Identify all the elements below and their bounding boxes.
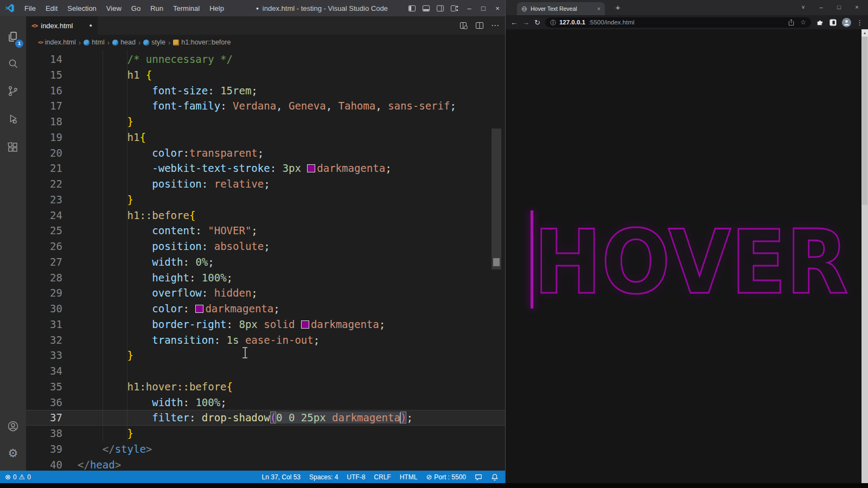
explorer-icon[interactable]: 1 — [0, 24, 26, 50]
editor-scrollbar[interactable] — [492, 129, 501, 269]
toggle-panel-icon[interactable] — [422, 4, 430, 12]
breadcrumb-h1-hover-before[interactable]: h1:hover::before — [173, 38, 231, 46]
code-line[interactable]: 26 position: absolute; — [26, 239, 505, 254]
code-line[interactable]: 32 transition: 1s ease-in-out; — [26, 332, 505, 348]
status-utf-8[interactable]: UTF-8 — [347, 473, 365, 481]
code-line[interactable]: 39 </style> — [26, 441, 505, 457]
tab-index-html[interactable]: <> index.html ● — [26, 16, 98, 35]
code-text: position: relative; — [78, 176, 270, 192]
breadcrumb-style[interactable]: style — [143, 38, 165, 46]
hover-heading[interactable]: HOVER — [506, 29, 868, 483]
code-line[interactable]: 25 content: "HOVER"; — [26, 223, 505, 239]
status-crlf[interactable]: CRLF — [374, 473, 391, 481]
code-line[interactable]: 29 overflow: hidden; — [26, 285, 505, 301]
status-bar: ⊗ 0 ⚠ 0 Ln 37, Col 53Spaces: 4UTF-8CRLFH… — [0, 471, 505, 483]
more-actions-icon[interactable]: ⋯ — [491, 21, 500, 30]
status-html[interactable]: HTML — [400, 473, 418, 481]
code-line[interactable]: 23 } — [26, 192, 505, 208]
code-line[interactable]: 20 color:transparent; — [26, 145, 505, 161]
code-line[interactable]: 30 color: darkmagenta; — [26, 301, 505, 317]
code-line[interactable]: 27 width: 0%; — [26, 254, 505, 270]
menu-edit[interactable]: Edit — [41, 4, 62, 12]
new-tab-button[interactable]: + — [612, 2, 624, 14]
notifications-bell-icon[interactable] — [491, 473, 499, 481]
code-line[interactable]: 34 — [26, 363, 505, 379]
page-scrollbar[interactable]: ▲ — [861, 29, 868, 483]
status-ln-37-col-53[interactable]: Ln 37, Col 53 — [262, 473, 301, 481]
code-line[interactable]: 38 } — [26, 426, 505, 441]
code-line[interactable]: 36 width: 100%; — [26, 395, 505, 410]
customize-layout-icon[interactable] — [450, 4, 458, 12]
menu-go[interactable]: Go — [126, 4, 145, 12]
browser-maximize-button[interactable]: □ — [830, 4, 848, 10]
forward-icon[interactable]: → — [522, 18, 529, 27]
warning-count: 0 — [27, 473, 31, 481]
back-icon[interactable]: ← — [510, 18, 518, 27]
code-line[interactable]: 18 } — [26, 114, 505, 130]
code-line[interactable]: 33 } — [26, 348, 505, 363]
code-line[interactable]: 35 h1:hover::before{ — [26, 379, 505, 395]
breadcrumb-head[interactable]: head — [112, 38, 136, 46]
problems-status[interactable]: ⊗ 0 ⚠ 0 — [5, 473, 31, 481]
color-swatch — [195, 305, 203, 313]
breadcrumb-label: style — [151, 38, 165, 46]
toggle-sidebar-icon[interactable] — [408, 4, 416, 12]
code-line[interactable]: 24 h1::before{ — [26, 208, 505, 223]
code-text: } — [78, 348, 133, 363]
menu-run[interactable]: Run — [145, 4, 168, 12]
breadcrumb-index-html[interactable]: index.html — [38, 38, 76, 46]
browser-close-button[interactable]: × — [848, 4, 866, 10]
unsaved-dot-icon[interactable]: ● — [90, 23, 92, 28]
code-line[interactable]: 22 position: relative; — [26, 176, 505, 192]
bookmark-star-icon[interactable]: ☆ — [800, 18, 806, 26]
menu-help[interactable]: Help — [205, 4, 229, 12]
menu-terminal[interactable]: Terminal — [168, 4, 205, 12]
reload-icon[interactable]: ↻ — [534, 18, 540, 27]
status-spaces-4[interactable]: Spaces: 4 — [309, 473, 338, 481]
code-text: width: 100%; — [78, 395, 227, 410]
pinned-extension-icon[interactable] — [829, 18, 837, 27]
code-line[interactable]: 15 h1 { — [26, 67, 505, 83]
tab-close-icon[interactable]: × — [597, 5, 601, 12]
browser-menu-dots-icon[interactable]: ⋮ — [856, 18, 863, 27]
feedback-icon[interactable] — [475, 473, 482, 481]
split-editor-icon[interactable] — [475, 21, 484, 30]
browser-toolbar: ← → ↻ 127.0.0.1:5500/index.html ☆ — [506, 15, 868, 29]
share-icon[interactable] — [787, 18, 795, 27]
menu-view[interactable]: View — [101, 4, 126, 12]
close-button[interactable]: × — [490, 4, 505, 12]
line-number: 29 — [26, 285, 62, 301]
profile-avatar[interactable] — [842, 18, 851, 27]
site-info-icon[interactable] — [550, 20, 556, 25]
live-server-port-status[interactable]: ⊘ Port : 5500 — [426, 473, 466, 481]
code-line[interactable]: 14 /* unnecessary */ — [26, 52, 505, 67]
maximize-button[interactable]: □ — [476, 4, 490, 12]
menu-bar: FileEditSelectionViewGoRunTerminalHelp — [20, 0, 229, 16]
code-line[interactable]: 28 height: 100%; — [26, 270, 505, 286]
toggle-secondary-sidebar-icon[interactable] — [436, 4, 444, 12]
menu-selection[interactable]: Selection — [62, 4, 101, 12]
code-line[interactable]: 40</head> — [26, 457, 505, 471]
tab-label: index.html — [41, 22, 73, 30]
browser-minimize-button[interactable]: – — [812, 4, 830, 10]
editor-tab-bar: <> index.html ● ⋯ — [26, 16, 505, 35]
extensions-puzzle-icon[interactable] — [816, 18, 824, 27]
minimize-button[interactable]: – — [462, 4, 476, 12]
code-line[interactable]: 16 font-size: 15rem; — [26, 83, 505, 99]
menu-file[interactable]: File — [20, 4, 41, 12]
browser-tab[interactable]: Hover Text Reveal × — [517, 2, 605, 15]
browser-menu-chevron-icon[interactable]: ∨ — [794, 4, 812, 10]
code-line[interactable]: 37 filter: drop-shadow(0 0 25px darkmage… — [26, 410, 505, 426]
code-line[interactable]: 31 border-right: 8px solid darkmagenta; — [26, 317, 505, 332]
page-scrollbar-thumb[interactable] — [862, 37, 867, 205]
breadcrumb-html[interactable]: html — [84, 38, 105, 46]
hover-outline-text[interactable]: HOVER — [534, 211, 848, 313]
code-line[interactable]: 17 font-family: Verdana, Geneva, Tahoma,… — [26, 98, 505, 114]
line-number: 24 — [26, 208, 62, 223]
code-line[interactable]: 21 -webkit-text-stroke: 3px darkmagenta; — [26, 160, 505, 176]
code-editor[interactable]: 14 /* unnecessary */15 h1 {16 font-size:… — [0, 50, 505, 471]
code-line[interactable]: 19 h1{ — [26, 130, 505, 145]
url-bar[interactable]: 127.0.0.1:5500/index.html ☆ — [545, 17, 811, 28]
scroll-up-icon[interactable]: ▲ — [861, 29, 868, 36]
open-preview-icon[interactable] — [459, 21, 468, 30]
